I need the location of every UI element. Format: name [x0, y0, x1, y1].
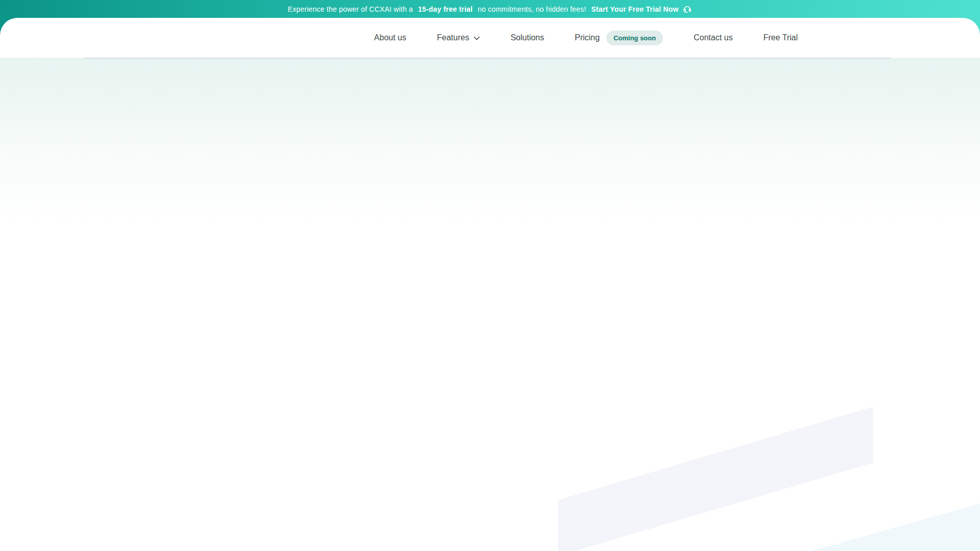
nav-item-about-us[interactable]: About us [374, 33, 406, 42]
announcement-text-suffix: no commitments, no hidden fees! [478, 5, 586, 13]
nav-link-pricing[interactable]: Pricing [575, 33, 600, 42]
nav-link-about-us[interactable]: About us [374, 33, 406, 42]
nav-item-features[interactable]: Features [437, 33, 480, 42]
nav-item-pricing[interactable]: Pricing Coming soon [575, 31, 663, 45]
nav-link-features[interactable]: Features [437, 33, 480, 42]
announcement-highlight: 15-day free trial [418, 5, 473, 13]
diagonal-stripe-primary [558, 407, 873, 551]
nav-item-contact-us[interactable]: Contact us [694, 33, 732, 42]
start-free-trial-link[interactable]: Start Your Free Trial Now [591, 4, 692, 14]
announcement-text-prefix: Experience the power of CCXAI with a [288, 5, 413, 13]
announcement-bar: Experience the power of CCXAI with a 15-… [0, 0, 980, 18]
hero-section [0, 58, 980, 551]
nav-link-solutions[interactable]: Solutions [510, 33, 544, 42]
nav-link-free-trial[interactable]: Free Trial [763, 33, 798, 42]
start-free-trial-label: Start Your Free Trial Now [591, 5, 678, 13]
nav-menu: About us Features Solutions Pricing Comi… [374, 31, 980, 45]
navbar: About us Features Solutions Pricing Comi… [0, 18, 980, 58]
top-area: Experience the power of CCXAI with a 15-… [0, 0, 980, 58]
background-stripes [0, 58, 980, 551]
nav-label-features: Features [437, 33, 469, 42]
headset-icon [682, 4, 692, 14]
nav-item-free-trial[interactable]: Free Trial [763, 33, 798, 42]
diagonal-stripe-secondary [811, 504, 980, 551]
nav-item-solutions[interactable]: Solutions [510, 33, 544, 42]
nav-link-contact-us[interactable]: Contact us [694, 33, 732, 42]
coming-soon-badge: Coming soon [606, 31, 663, 45]
chevron-down-icon [474, 35, 480, 40]
